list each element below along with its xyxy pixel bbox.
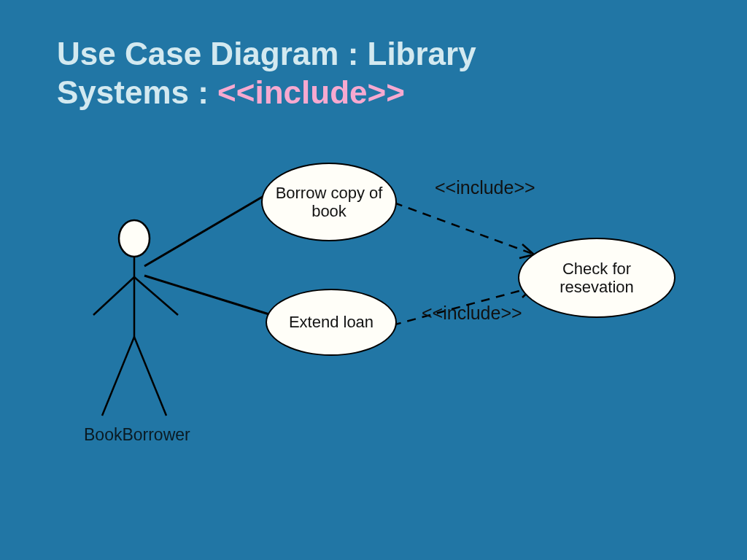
usecase-check-label: Check for resevation — [530, 260, 664, 297]
include-label-2: <<include>> — [422, 303, 522, 324]
actor-figure — [93, 220, 178, 416]
slide-title: Use Case Diagram : Library Systems : <<i… — [57, 35, 476, 112]
usecase-borrow: Borrow copy of book — [261, 163, 397, 241]
include-label-1: <<include>> — [435, 177, 535, 198]
actor-label: BookBorrower — [84, 425, 190, 445]
usecase-borrow-label: Borrow copy of book — [273, 184, 385, 221]
assoc-extend — [144, 276, 271, 315]
svg-line-5 — [134, 337, 166, 416]
svg-line-6 — [394, 203, 533, 254]
svg-line-3 — [134, 277, 178, 315]
svg-point-0 — [119, 220, 150, 257]
title-line1: Use Case Diagram : Library — [57, 36, 476, 71]
include-arrow-borrow-check — [394, 203, 534, 258]
assoc-borrow — [144, 188, 277, 266]
svg-line-4 — [102, 337, 134, 416]
title-line2-highlight: <<include>> — [217, 74, 405, 110]
svg-line-2 — [93, 277, 134, 315]
usecase-extend-label: Extend loan — [289, 313, 374, 331]
title-line2-prefix: Systems : — [57, 74, 217, 110]
usecase-extend: Extend loan — [266, 289, 397, 356]
usecase-check: Check for resevation — [518, 238, 676, 318]
